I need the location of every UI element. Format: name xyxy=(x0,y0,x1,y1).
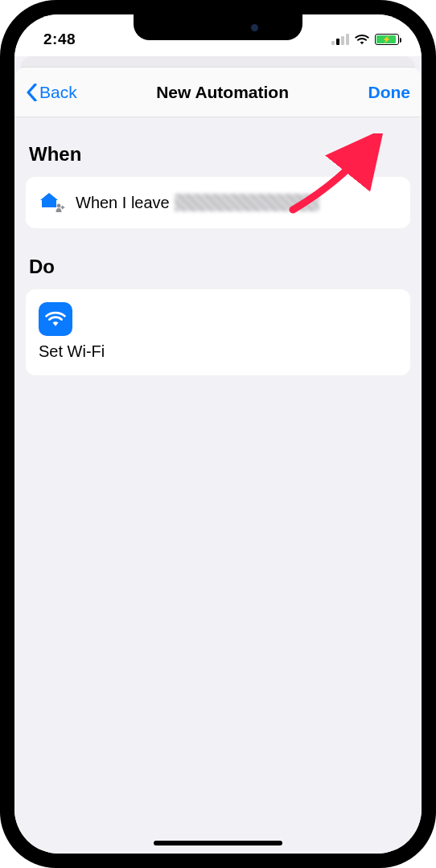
trigger-location-redacted xyxy=(175,194,319,211)
done-button[interactable]: Done xyxy=(368,83,410,102)
trigger-card[interactable]: When I leave xyxy=(26,177,410,228)
card-stack-hint xyxy=(21,56,415,68)
chevron-left-icon xyxy=(26,84,38,101)
battery-icon: ⚡ xyxy=(375,34,399,45)
home-indicator[interactable] xyxy=(154,841,282,845)
back-label: Back xyxy=(39,83,77,102)
leave-home-icon xyxy=(37,188,66,217)
wifi-icon xyxy=(354,34,370,45)
device-notch xyxy=(134,14,302,40)
action-label: Set Wi-Fi xyxy=(39,342,397,361)
status-time: 2:48 xyxy=(43,31,76,48)
do-section-label: Do xyxy=(29,256,407,278)
when-section-label: When xyxy=(29,143,407,166)
content-area: When When I leave Do xyxy=(14,117,422,854)
nav-bar: Back New Automation Done xyxy=(14,68,422,117)
action-card[interactable]: Set Wi-Fi xyxy=(26,289,410,375)
wifi-action-icon xyxy=(39,302,72,336)
page-title: New Automation xyxy=(156,83,289,102)
svg-point-0 xyxy=(57,204,61,208)
trigger-text-prefix: When I leave xyxy=(76,194,170,212)
back-button[interactable]: Back xyxy=(26,83,77,102)
cellular-signal-icon xyxy=(331,34,349,45)
